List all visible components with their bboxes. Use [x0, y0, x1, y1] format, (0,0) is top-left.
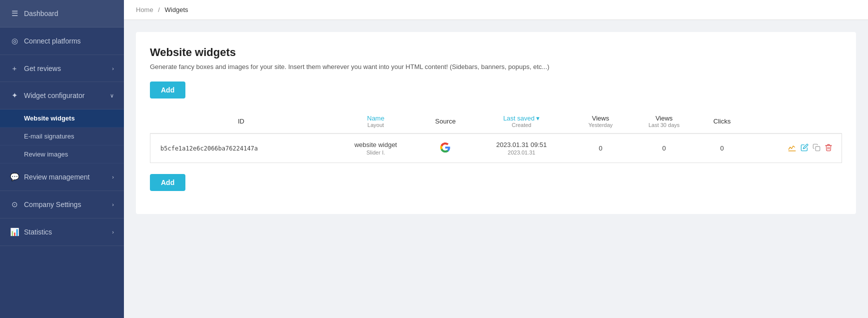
delete-action-icon[interactable] [825, 144, 833, 154]
sidebar-subitem-website-widgets[interactable]: Website widgets [0, 110, 124, 128]
cell-name: website widget Slider I. [332, 134, 419, 163]
cell-source [419, 134, 471, 163]
widget-icon: ✦ [10, 91, 19, 100]
edit-action-icon[interactable] [801, 144, 809, 154]
sidebar-item-label: Review management [24, 173, 90, 181]
sidebar-item-get-reviews[interactable]: + Get reviews › [0, 55, 124, 82]
breadcrumb-separator: / [158, 6, 160, 14]
page-subtitle: Generate fancy boxes and images for your… [150, 63, 842, 70]
sidebar-item-statistics[interactable]: 📊 Statistics › [0, 218, 124, 246]
subitem-label: E-mail signatures [24, 132, 74, 140]
main-content: Home / Widgets Website widgets Generate … [124, 0, 868, 318]
sidebar-item-label: Get reviews [24, 64, 61, 72]
sidebar: ☰ Dashboard ◎ Connect platforms + Get re… [0, 0, 124, 318]
sidebar-item-company-settings[interactable]: ⊙ Company Settings › [0, 191, 124, 218]
svg-rect-0 [816, 146, 820, 151]
col-header-source: Source [419, 110, 471, 134]
breadcrumb-current: Widgets [165, 6, 188, 14]
col-header-last-saved[interactable]: Last saved ▾ Created [472, 110, 572, 134]
chevron-right-icon: › [112, 202, 114, 208]
chevron-right-icon: › [112, 66, 114, 72]
settings-icon: ⊙ [10, 200, 19, 209]
col-header-actions [746, 110, 842, 134]
dashboard-icon: ☰ [10, 9, 19, 18]
sidebar-item-label: Company Settings [24, 200, 81, 208]
sidebar-item-label: Connect platforms [24, 37, 81, 45]
stats-icon: 📊 [10, 228, 19, 236]
cell-views-yesterday: 0 [572, 134, 630, 163]
chevron-down-icon: ∨ [110, 92, 114, 99]
sidebar-item-widget-configurator[interactable]: ✦ Widget configurator ∨ [0, 82, 124, 110]
subitem-label: Review images [24, 150, 68, 158]
subitem-label: Website widgets [24, 114, 75, 122]
col-header-id: ID [150, 110, 332, 134]
col-header-views-yesterday: Views Yesterday [572, 110, 630, 134]
sidebar-subitem-review-images[interactable]: Review images [0, 146, 124, 164]
cell-actions [746, 134, 842, 163]
col-header-views-30days: Views Last 30 days [630, 110, 699, 134]
breadcrumb: Home / Widgets [124, 0, 868, 20]
cell-clicks: 0 [699, 134, 746, 163]
chevron-right-icon: › [112, 174, 114, 180]
col-header-clicks: Clicks [699, 110, 746, 134]
chevron-right-icon: › [112, 229, 114, 235]
col-header-name[interactable]: Name Layout [332, 110, 419, 134]
sidebar-item-label: Widget configurator [24, 92, 84, 100]
connect-icon: ◎ [10, 36, 19, 46]
page-title: Website widgets [150, 46, 842, 59]
add-button-top[interactable]: Add [150, 82, 185, 98]
content-area: Website widgets Generate fancy boxes and… [124, 20, 868, 318]
add-button-bottom[interactable]: Add [150, 174, 185, 191]
chart-action-icon[interactable] [788, 143, 797, 154]
cell-id: b5cfe1a12e6c2066ba76224147a [150, 134, 332, 163]
plus-icon: + [10, 64, 19, 72]
sidebar-item-review-management[interactable]: 💬 Review management › [0, 164, 124, 191]
copy-action-icon[interactable] [813, 144, 821, 154]
sidebar-item-dashboard[interactable]: ☰ Dashboard [0, 0, 124, 28]
cell-views-30days: 0 [630, 134, 699, 163]
breadcrumb-home[interactable]: Home [136, 6, 153, 14]
table-row: b5cfe1a12e6c2066ba76224147a website widg… [150, 134, 842, 163]
widgets-table: ID Name Layout Source Last saved ▾ Creat… [150, 110, 842, 163]
sidebar-item-connect-platforms[interactable]: ◎ Connect platforms [0, 28, 124, 55]
sidebar-item-label: Dashboard [24, 10, 58, 18]
cell-last-saved: 2023.01.31 09:51 2023.01.31 [472, 134, 572, 163]
sidebar-subitem-email-signatures[interactable]: E-mail signatures [0, 128, 124, 146]
chat-icon: 💬 [10, 172, 19, 182]
sidebar-item-label: Statistics [24, 228, 52, 236]
content-card: Website widgets Generate fancy boxes and… [136, 32, 856, 214]
google-icon [440, 142, 451, 153]
